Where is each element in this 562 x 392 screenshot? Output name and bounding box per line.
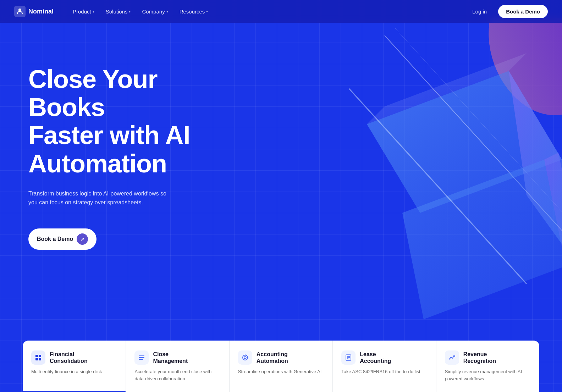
login-button[interactable]: Log in — [467, 6, 492, 17]
svg-rect-16 — [139, 359, 143, 360]
svg-point-1 — [470, 18, 562, 131]
svg-point-0 — [18, 9, 21, 11]
arrow-icon: ↗ — [77, 233, 88, 245]
hero-subtitle: Transform business logic into AI-powered… — [28, 189, 170, 207]
svg-line-5 — [385, 35, 562, 231]
feature-cards-strip: Financial Consolidation Multi-entity fin… — [23, 341, 539, 392]
hero-section: Close Your Books Faster with AI Automati… — [0, 0, 562, 392]
nav-product[interactable]: Product ▾ — [68, 6, 99, 17]
hero-title: Close Your Books Faster with AI Automati… — [28, 65, 192, 178]
card-header: Financial Consolidation — [31, 350, 117, 365]
svg-marker-2 — [367, 71, 562, 213]
revenue-recognition-icon — [445, 350, 459, 365]
book-demo-nav-button[interactable]: Book a Demo — [498, 5, 548, 18]
card-close-management[interactable]: Close Management Accelerate your month-e… — [126, 341, 229, 392]
svg-rect-12 — [35, 358, 38, 360]
card-description: Take ASC 842/IFRS16 off the to-do list — [341, 368, 427, 375]
navbar-actions: Log in Book a Demo — [467, 5, 548, 18]
card-description: Multi-entity finance in a single click — [31, 368, 117, 375]
card-revenue-recognition[interactable]: Revenue Recognition Simplify revenue man… — [436, 341, 539, 392]
svg-marker-3 — [367, 53, 527, 124]
svg-line-9 — [349, 89, 527, 284]
card-accounting-automation[interactable]: Accounting Automation Streamline operati… — [230, 341, 333, 392]
hero-content: Close Your Books Faster with AI Automati… — [0, 23, 220, 271]
card-title: Revenue Recognition — [463, 351, 496, 364]
nav-solutions[interactable]: Solutions ▾ — [101, 6, 136, 17]
card-description: Accelerate your month-end close with dat… — [134, 368, 220, 382]
svg-marker-4 — [509, 71, 562, 259]
book-demo-hero-button[interactable]: Book a Demo ↗ — [28, 228, 97, 250]
svg-marker-7 — [402, 160, 562, 319]
svg-rect-10 — [35, 355, 38, 357]
card-financial-consolidation[interactable]: Financial Consolidation Multi-entity fin… — [23, 341, 126, 392]
card-title: Accounting Automation — [257, 351, 288, 364]
svg-rect-13 — [39, 358, 41, 360]
logo[interactable]: Nominal — [14, 6, 54, 17]
nav-resources[interactable]: Resources ▾ — [175, 6, 213, 17]
card-header: Revenue Recognition — [445, 350, 531, 365]
card-description: Streamline operations with Generative AI — [238, 368, 324, 375]
lease-accounting-icon — [341, 350, 356, 365]
card-header: Close Management — [134, 350, 220, 365]
logo-text: Nominal — [28, 8, 54, 15]
hero-decoration — [296, 18, 562, 319]
accounting-automation-icon — [238, 350, 252, 365]
main-nav: Product ▾ Solutions ▾ Company ▾ Resource… — [68, 6, 467, 17]
chevron-down-icon: ▾ — [166, 10, 168, 13]
close-management-icon — [134, 350, 149, 365]
card-title: Financial Consolidation — [50, 351, 88, 364]
nav-company[interactable]: Company ▾ — [137, 6, 173, 17]
card-lease-accounting[interactable]: Lease Accounting Take ASC 842/IFRS16 off… — [333, 341, 436, 392]
card-title: Lease Accounting — [360, 351, 391, 364]
svg-marker-8 — [544, 153, 562, 266]
card-title: Close Management — [153, 351, 188, 364]
chevron-down-icon: ▾ — [206, 10, 208, 13]
card-header: Lease Accounting — [341, 350, 427, 365]
chevron-down-icon: ▾ — [129, 10, 131, 13]
svg-point-17 — [243, 355, 248, 360]
card-description: Simplify revenue management with AI-powe… — [445, 368, 531, 382]
svg-rect-15 — [139, 357, 144, 358]
card-header: Accounting Automation — [238, 350, 324, 365]
logo-icon — [14, 6, 26, 17]
financial-consolidation-icon — [31, 350, 45, 365]
svg-line-6 — [395, 28, 562, 223]
chevron-down-icon: ▾ — [93, 10, 94, 13]
svg-rect-11 — [39, 355, 41, 357]
svg-point-18 — [244, 357, 246, 359]
navbar: Nominal Product ▾ Solutions ▾ Company ▾ … — [0, 0, 562, 23]
svg-rect-14 — [139, 355, 144, 356]
